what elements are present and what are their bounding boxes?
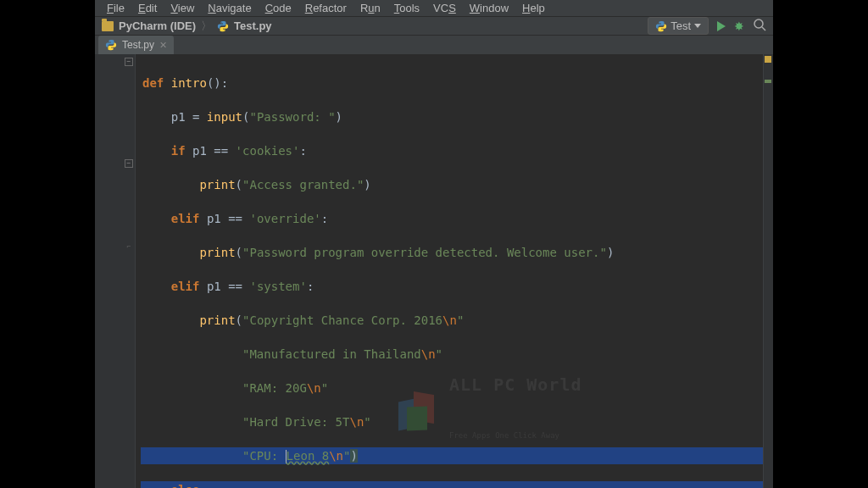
search-button[interactable] [753,18,766,34]
menu-refactor[interactable]: Refactor [300,0,352,16]
fold-marker[interactable]: − [125,58,133,66]
menu-file[interactable]: File [102,0,130,16]
change-marker-icon[interactable] [765,80,771,83]
warning-marker-icon[interactable] [765,56,771,63]
ide-window: File Edit View Navigate Code Refactor Ru… [95,0,773,488]
code-editor[interactable]: − − ⌐ def intro(): p1 = input("Password:… [95,54,773,488]
breadcrumb-separator: 〉 [201,19,212,34]
svg-line-1 [762,27,765,30]
breadcrumb-file[interactable]: Test.py [234,19,272,32]
python-file-icon [105,39,117,51]
menu-bar: File Edit View Navigate Code Refactor Ru… [95,0,773,17]
debug-button[interactable]: ✸ [734,19,744,33]
close-icon[interactable]: ✕ [159,40,167,51]
menu-view[interactable]: View [165,0,199,16]
fold-marker[interactable]: ⌐ [125,244,133,252]
breadcrumb-project[interactable]: PyCharm (IDE) [119,19,196,32]
python-file-icon [655,20,667,32]
code-content[interactable]: def intro(): p1 = input("Password: ") if… [136,54,763,488]
menu-run[interactable]: Run [355,0,386,16]
run-config-label: Test [670,19,691,32]
breadcrumb: PyCharm (IDE) 〉 Test.py [102,19,648,34]
menu-code[interactable]: Code [260,0,297,16]
toolbar-right: Test ✸ [648,17,766,35]
editor-tabs: Test.py ✕ [95,36,773,54]
svg-point-0 [754,19,763,28]
menu-vcs[interactable]: VCS [428,0,461,16]
menu-window[interactable]: Window [465,0,514,16]
folder-icon [102,21,114,31]
run-button[interactable] [717,21,726,31]
menu-help[interactable]: Help [517,0,550,16]
menu-navigate[interactable]: Navigate [203,0,256,16]
python-file-icon [217,20,229,32]
editor-gutter: − − ⌐ [95,54,136,488]
run-config-selector[interactable]: Test [648,17,709,35]
navigation-bar: PyCharm (IDE) 〉 Test.py Test ✸ [95,17,773,36]
menu-tools[interactable]: Tools [389,0,425,16]
tab-test-py[interactable]: Test.py ✕ [98,36,174,54]
tab-label: Test.py [122,39,154,51]
editor-marker-bar[interactable] [763,54,773,488]
fold-marker[interactable]: − [125,159,133,168]
menu-edit[interactable]: Edit [133,0,162,16]
chevron-down-icon [694,24,701,28]
